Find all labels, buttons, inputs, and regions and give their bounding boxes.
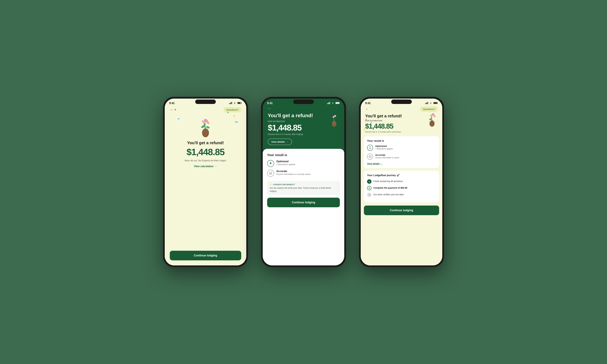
your-result-title-3: Your result is	[367, 139, 436, 143]
svg-rect-39	[426, 103, 426, 104]
result-item-accurate-2: Accurate All your information is correct…	[267, 170, 340, 177]
svg-rect-6	[241, 103, 242, 103]
arrow-right-icon: →	[214, 165, 217, 168]
refund-amount-1: $1,448.85	[186, 147, 224, 157]
refund-subtitle-1: Now, let our Tax Experts do their magic!	[185, 159, 226, 162]
svg-point-42	[431, 104, 431, 104]
svg-rect-7	[238, 102, 240, 104]
confetti-dot-2	[233, 115, 235, 117]
svg-rect-40	[427, 102, 427, 104]
result-item-optimized-2: Optimized 7 deductions applied	[267, 160, 340, 167]
header-section-2: ← You'll get a refund! OUR ESTIMATION $1…	[263, 106, 344, 149]
continue-button-2[interactable]: Continue lodging	[267, 198, 340, 207]
svg-rect-45	[434, 102, 437, 104]
svg-rect-44	[437, 103, 438, 103]
status-icons-1	[229, 102, 242, 104]
svg-point-26	[333, 104, 333, 104]
your-result-title-2: Your result is	[267, 153, 340, 157]
svg-rect-23	[328, 103, 329, 104]
step-circle-1: 1	[367, 179, 371, 184]
svg-point-19	[208, 122, 209, 124]
svg-rect-38	[425, 103, 426, 104]
phone-3-nav: → Questions?	[365, 106, 438, 112]
forward-arrow-3[interactable]: →	[365, 107, 368, 111]
svg-point-13	[206, 126, 210, 129]
phone-2: 9:41 ← You'll get a refund!	[261, 97, 346, 267]
continue-button-3[interactable]: Continue lodging	[364, 206, 439, 215]
questions-button-1[interactable]: Questions?	[224, 107, 241, 112]
back-arrow-2[interactable]: ←	[268, 106, 339, 110]
confetti-dot-5	[235, 121, 238, 123]
status-time-3: 9:41	[365, 102, 371, 105]
optimized-text-3: Optimized 7 deductions applied	[375, 145, 393, 150]
svg-rect-22	[327, 103, 328, 104]
signal-icon-2	[327, 102, 330, 104]
journey-step-3: 3 Our team verifies your tax data	[367, 193, 436, 197]
phone-1: 9:41 → Questions?	[163, 97, 248, 267]
arrow-details-icon: →	[380, 162, 383, 165]
svg-point-51	[431, 115, 432, 116]
continue-button-1[interactable]: Continue lodging	[170, 251, 241, 260]
refund-title-1: You'll get a refund!	[187, 141, 224, 145]
status-time-1: 9:41	[169, 102, 175, 105]
svg-point-37	[269, 172, 272, 175]
journey-step-2: 2 Complete the payment of $59.99	[367, 186, 436, 190]
phone-3: 9:41 → Questions?	[359, 97, 444, 267]
svg-rect-24	[329, 102, 329, 104]
view-details-link-3[interactable]: View details →	[367, 162, 436, 165]
header-section-3: → Questions?	[361, 106, 442, 136]
optimized-icon-2	[267, 160, 274, 167]
flower-illustration-3	[425, 113, 439, 127]
confetti-3-1	[366, 119, 367, 120]
svg-point-4	[235, 104, 235, 104]
forward-arrow-icon-1[interactable]: →	[170, 108, 173, 112]
journey-card-3: Your Lodgeflow journey 🚀 1 Finish answer…	[364, 171, 439, 202]
wifi-icon-3	[429, 102, 432, 104]
step-text-2: Complete the payment of $59.99	[373, 186, 407, 189]
battery-icon-1	[238, 102, 242, 104]
confetti-dot-3	[178, 118, 180, 120]
svg-rect-28	[339, 103, 340, 103]
svg-point-36	[335, 116, 336, 117]
journey-title-3: Your Lodgeflow journey 🚀	[367, 174, 436, 177]
svg-point-56	[369, 156, 371, 158]
receive-text-3: Receive this in 3-4 weeks after submissi…	[365, 131, 438, 133]
confetti-dot-4	[227, 112, 229, 113]
benefit-text-2: Our tax experts will verify your data. T…	[270, 186, 337, 193]
screen-1: → Questions?	[165, 106, 246, 265]
result-item-optimized-3: Optimized 7 deductions applied	[367, 145, 436, 151]
signal-icon-3	[425, 102, 428, 104]
questions-button-3[interactable]: Questions?	[420, 106, 438, 112]
svg-rect-0	[229, 103, 230, 104]
view-details-button-2[interactable]: View details →	[268, 139, 292, 145]
accurate-text-3: Accurate All your information is saved	[375, 154, 399, 159]
flower-illustration-2	[328, 114, 341, 127]
notch-3	[391, 100, 412, 104]
battery-icon-2	[335, 102, 340, 104]
notch-2	[293, 100, 314, 104]
benefit-label-2: ⚡ LODGEFLOW BENEFIT	[270, 183, 337, 185]
confetti-dot-1	[174, 109, 176, 110]
flower-svg-1	[195, 118, 216, 138]
benefit-box-2: ⚡ LODGEFLOW BENEFIT Our tax experts will…	[267, 181, 340, 195]
lightning-icon: ⚡	[270, 183, 272, 185]
wifi-icon-1	[233, 102, 236, 104]
svg-point-53	[433, 114, 434, 115]
step-text-3: Our team verifies your tax data	[373, 193, 404, 196]
top-nav-1: → Questions?	[170, 106, 241, 112]
view-calculation-link[interactable]: View calculation →	[194, 165, 217, 168]
phones-container: 9:41 → Questions?	[163, 97, 444, 267]
step-text-1: Finish answering all questions	[373, 179, 403, 182]
result-item-accurate-3: Accurate All your information is saved	[367, 154, 436, 160]
wifi-icon-2	[331, 102, 334, 104]
white-card-2: Your result is Optimized 7 deductions ap…	[263, 149, 344, 265]
svg-point-34	[333, 117, 334, 117]
svg-rect-2	[231, 102, 231, 104]
accurate-icon-3	[367, 154, 373, 160]
status-icons-3	[425, 102, 438, 104]
svg-rect-29	[336, 102, 339, 104]
arrow-icon-btn: →	[286, 141, 289, 143]
result-card-3: Your result is Optimized 7 deductions ap…	[364, 136, 439, 168]
notch-1	[195, 100, 216, 104]
step-circle-3: 3	[367, 193, 371, 197]
